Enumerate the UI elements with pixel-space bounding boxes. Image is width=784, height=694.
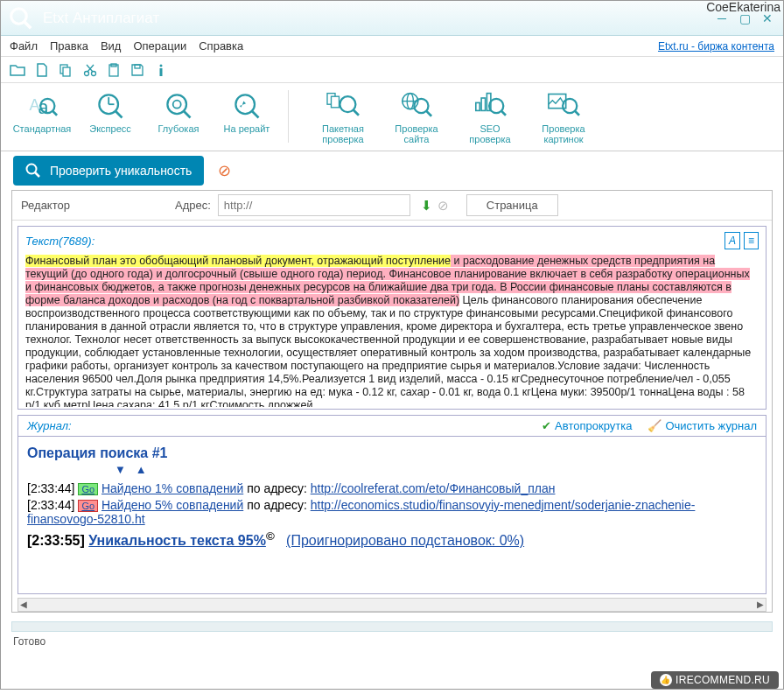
editor-header: Редактор Адрес: ⬇ ⊘ Страница	[12, 191, 772, 221]
menu-view[interactable]: Вид	[101, 39, 122, 53]
svg-rect-8	[135, 65, 140, 68]
svg-point-0	[11, 8, 27, 24]
svg-line-14	[52, 110, 57, 115]
user-tag: CoeEkaterina	[706, 0, 780, 14]
text-seg-2: и расходование денежных средств	[451, 255, 634, 267]
app-logo-icon	[6, 4, 36, 33]
log-line-3: [2:33:55] Уникальность текста 95%© (Прои…	[27, 529, 757, 549]
menu-operations[interactable]: Операции	[133, 39, 186, 53]
log1-found[interactable]: Найдено 1% совпадений	[102, 481, 243, 495]
express-check-button[interactable]: Экспресс	[76, 90, 144, 134]
svg-line-1	[24, 21, 32, 28]
etxt-link[interactable]: Etxt.ru - биржа контента	[658, 40, 774, 53]
svg-rect-3	[63, 67, 70, 76]
menu-help[interactable]: Справка	[199, 39, 243, 53]
clear-journal-button[interactable]: 🧹 Очистить журнал	[648, 419, 757, 432]
text-count-label: Текст(7689):	[25, 235, 94, 248]
autoscroll-toggle[interactable]: ✔ Автопрокрутка	[542, 419, 632, 432]
broom-icon: 🧹	[648, 419, 662, 432]
mode-lines-icon[interactable]: ≡	[744, 232, 759, 249]
log1-go-button[interactable]: Go	[78, 483, 98, 495]
separator	[288, 90, 289, 143]
svg-line-40	[575, 110, 579, 115]
seo-check-button[interactable]: SEO проверка	[453, 90, 527, 144]
operation-title: Операция поиска #1	[27, 445, 757, 461]
stop-small-icon[interactable]: ⊘	[438, 198, 449, 214]
editor-panel: Редактор Адрес: ⬇ ⊘ Страница Текст(7689)…	[11, 190, 773, 613]
mode-a-icon[interactable]: A	[724, 232, 740, 249]
horizontal-scrollbar[interactable]	[18, 598, 766, 612]
new-file-icon[interactable]	[36, 63, 48, 77]
search-icon	[25, 163, 41, 179]
text-seg-1: Финансовый план это обобщающий плановый …	[25, 255, 451, 267]
svg-rect-34	[481, 98, 486, 110]
site-label: Проверка сайта	[395, 123, 438, 144]
svg-point-5	[92, 71, 96, 75]
svg-rect-25	[332, 96, 340, 108]
paste-icon[interactable]	[108, 63, 120, 77]
svg-point-20	[173, 101, 181, 109]
svg-point-9	[160, 64, 163, 67]
seo-label: SEO проверка	[469, 123, 510, 144]
title-bar: Etxt Антиплагиат ─ ▢ ✕	[1, 1, 783, 36]
sort-arrows[interactable]: ▼ ▲	[115, 463, 757, 476]
images-label: Проверка картинок	[542, 123, 584, 144]
copyright-icon: ©	[266, 529, 275, 543]
log2-go-button[interactable]: Go	[78, 500, 98, 512]
mode-buttons: A ≡	[724, 232, 759, 249]
journal-label: Журнал:	[27, 419, 72, 432]
watermark: 👍 IRECOMMEND.RU	[651, 671, 779, 689]
journal-header: Журнал: ✔ Автопрокрутка 🧹 Очистить журна…	[18, 415, 766, 437]
svg-line-42	[35, 172, 39, 177]
autoscroll-label: Автопрокрутка	[555, 419, 632, 432]
open-folder-icon[interactable]	[10, 63, 25, 77]
menu-edit[interactable]: Правка	[50, 39, 88, 53]
progress-bar	[11, 621, 773, 632]
copy-icon[interactable]	[59, 63, 73, 77]
editor-label: Редактор	[21, 199, 70, 212]
svg-point-19	[167, 95, 186, 114]
express-label: Экспресс	[89, 123, 131, 134]
text-content[interactable]: Финансовый план это обобщающий плановый …	[20, 253, 764, 407]
thumb-icon: 👍	[660, 674, 672, 686]
batch-check-button[interactable]: Пакетная проверка	[306, 90, 380, 144]
log2-ts: [2:33:44]	[27, 498, 75, 512]
deep-label: Глубокая	[158, 123, 200, 134]
log2-by: по адресу:	[243, 498, 310, 512]
svg-line-37	[501, 110, 506, 115]
rewrite-label: На рерайт	[224, 123, 270, 134]
cut-icon[interactable]	[83, 63, 97, 77]
text-area: Текст(7689): A ≡ Финансовый план это обо…	[18, 226, 766, 410]
log1-url[interactable]: http://coolreferat.com/eto/Финансовый_пл…	[311, 481, 556, 495]
svg-rect-10	[160, 68, 163, 76]
stranitsa-tab[interactable]: Страница	[466, 194, 558, 216]
address-label: Адрес:	[175, 199, 211, 212]
svg-line-18	[116, 111, 122, 117]
deep-check-button[interactable]: Глубокая	[144, 90, 213, 134]
app-window: Etxt Антиплагиат ─ ▢ ✕ Файл Правка Вид О…	[0, 0, 784, 690]
site-check-button[interactable]: Проверка сайта	[380, 90, 453, 144]
app-title: Etxt Антиплагиат	[43, 10, 159, 27]
save-icon[interactable]	[130, 63, 144, 77]
journal-body: Операция поиска #1 ▼ ▲ [2:33:44] Go Найд…	[18, 437, 766, 594]
log2-found[interactable]: Найдено 5% совпадений	[102, 498, 243, 512]
uniqueness-result[interactable]: Уникальность текста 95%	[88, 533, 266, 548]
images-check-button[interactable]: Проверка картинок	[527, 90, 600, 144]
batch-label: Пакетная проверка	[322, 123, 364, 144]
info-icon[interactable]	[155, 63, 167, 77]
rewrite-check-button[interactable]: На рерайт	[213, 90, 281, 134]
stop-icon[interactable]: ⊘	[218, 161, 231, 180]
watermark-text: IRECOMMEND.RU	[676, 674, 770, 686]
svg-line-23	[252, 111, 258, 117]
download-icon[interactable]: ⬇	[421, 198, 432, 214]
ignored-subs[interactable]: (Проигнорировано подстановок: 0%)	[286, 533, 524, 548]
log-line-2: [2:33:44] Go Найдено 5% совпадений по ад…	[27, 498, 757, 526]
check-icon: ✔	[542, 419, 551, 432]
check-uniqueness-button[interactable]: Проверить уникальность	[13, 156, 204, 186]
clear-journal-label: Очистить журнал	[665, 419, 757, 432]
standard-check-button[interactable]: Aa Стандартная	[8, 90, 76, 134]
address-input[interactable]	[218, 194, 410, 216]
svg-point-41	[27, 165, 37, 174]
toolbar-small	[1, 57, 783, 83]
menu-file[interactable]: Файл	[10, 39, 38, 53]
